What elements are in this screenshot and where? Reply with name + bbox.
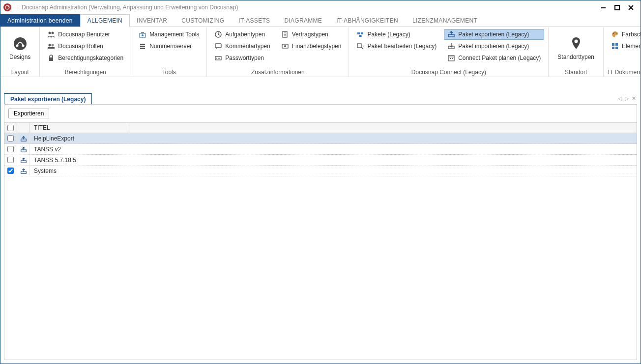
item-label: Element Eigenschaften [622, 43, 641, 50]
tab-it-abh[interactable]: IT-ABHÄNGIGKEITEN [329, 14, 406, 27]
subtab-strip: Paket exportieren (Legacy) [4, 93, 92, 105]
group-label-connect: Docusnap Connect (Legacy) [353, 67, 544, 76]
ribbon-group-framework: Farbschema Element Eigenschaften IT Doku… [604, 27, 641, 77]
svg-rect-17 [141, 32, 144, 33]
number-server-button[interactable]: Nummernserver [135, 41, 203, 52]
clock-icon [214, 30, 222, 38]
ribbon-group-location: Standorttypen Standort [549, 27, 604, 77]
table-header: TITEL [4, 122, 637, 133]
svg-rect-41 [450, 58, 451, 59]
svg-point-7 [16, 44, 18, 47]
export-panel: Exportieren TITEL HelpLineExportTANSS v2… [4, 104, 637, 360]
export-icon [447, 30, 455, 38]
row-checkbox[interactable] [4, 166, 17, 176]
tab-admin-end[interactable]: Administration beenden [0, 14, 80, 27]
tab-it-assets[interactable]: IT-ASSETS [232, 14, 277, 27]
next-tab-icon[interactable]: ▷ [625, 95, 629, 102]
edit-package-icon [356, 42, 364, 50]
roles-icon [47, 42, 55, 50]
schedule-icon [447, 54, 455, 62]
row-checkbox[interactable] [4, 144, 17, 154]
tab-customizing[interactable]: CUSTOMIZING [175, 14, 232, 27]
docusnap-roles-button[interactable]: Docusnap Rollen [44, 41, 127, 52]
item-label: Connect Paket planen (Legacy) [458, 55, 541, 61]
task-types-button[interactable]: Aufgabentypen [211, 29, 273, 40]
finance-icon [281, 42, 289, 50]
tab-inventar[interactable]: INVENTAR [130, 14, 175, 27]
item-label: Nummernserver [149, 43, 192, 50]
item-label: Pakete (Legacy) [367, 31, 410, 38]
svg-rect-20 [140, 48, 145, 49]
lock-icon [47, 54, 55, 62]
export-package-legacy-button[interactable]: Paket exportieren (Legacy) [444, 29, 544, 40]
tab-allgemein[interactable]: ALLGEMEIN [80, 14, 130, 27]
table-row[interactable]: TANSS 5.7.18.5 [4, 155, 637, 166]
document-icon [281, 30, 289, 38]
titlebar-separator: | [17, 4, 19, 11]
docusnap-users-button[interactable]: Docusnap Benutzer [44, 29, 127, 40]
table-row[interactable]: Systems [4, 166, 637, 176]
management-tools-button[interactable]: Management Tools [135, 29, 203, 40]
svg-point-16 [142, 34, 144, 36]
row-checkbox[interactable] [4, 155, 17, 165]
password-types-button[interactable]: Passworttypen [211, 53, 273, 63]
packages-icon [356, 30, 364, 38]
item-label: Docusnap Benutzer [58, 31, 110, 38]
palette-icon [611, 30, 619, 38]
svg-rect-42 [452, 58, 453, 59]
ribbon-group-layout: Designs Layout [0, 27, 40, 77]
import-package-legacy-button[interactable]: Paket importieren (Legacy) [444, 41, 544, 52]
properties-icon [611, 42, 619, 50]
svg-point-44 [613, 33, 614, 34]
export-button[interactable]: Exportieren [8, 109, 49, 118]
item-label: Paket importieren (Legacy) [458, 43, 529, 50]
contract-types-button[interactable]: Vertragstypen [278, 29, 345, 40]
row-checkbox[interactable] [4, 133, 17, 143]
tab-diagramme[interactable]: DIAGRAMME [277, 14, 329, 27]
designs-button[interactable]: Designs [4, 29, 35, 67]
svg-rect-39 [448, 56, 454, 61]
content-area: Paket exportieren (Legacy) ◁ ▷ ✕ Exporti… [0, 77, 641, 364]
prev-tab-icon[interactable]: ◁ [618, 95, 622, 102]
close-button[interactable] [624, 2, 638, 12]
header-check-all[interactable] [4, 123, 17, 133]
item-label: Docusnap Rollen [58, 43, 103, 50]
location-pin-icon [568, 36, 584, 52]
users-icon [47, 30, 55, 38]
row-title: TANSS 5.7.18.5 [30, 157, 637, 164]
edit-package-legacy-button[interactable]: Paket bearbeiten (Legacy) [353, 41, 440, 52]
header-title[interactable]: TITEL [30, 123, 129, 133]
app-icon [3, 3, 11, 11]
svg-point-46 [616, 33, 617, 34]
finance-types-button[interactable]: Finanzbelegstypen [278, 41, 345, 52]
svg-rect-35 [359, 35, 362, 37]
svg-rect-18 [140, 44, 145, 45]
minimize-button[interactable] [596, 2, 610, 12]
ribbon-group-permissions: Docusnap Benutzer Docusnap Rollen Berech… [40, 27, 131, 77]
ribbon: Designs Layout Docusnap Benutzer Docusna… [0, 27, 641, 77]
subtab-controls: ◁ ▷ ✕ [618, 95, 636, 102]
element-properties-button[interactable]: Element Eigenschaften [608, 41, 641, 52]
tools-icon [139, 30, 146, 38]
svg-rect-50 [615, 47, 618, 49]
svg-point-11 [49, 44, 51, 47]
header-icon-col [17, 123, 30, 133]
packages-legacy-button[interactable]: Pakete (Legacy) [353, 29, 440, 40]
row-title: Systems [30, 168, 637, 174]
location-types-button[interactable]: Standorttypen [553, 29, 599, 67]
comment-types-button[interactable]: Kommentartypen [211, 41, 273, 52]
maximize-button[interactable] [610, 2, 624, 12]
color-scheme-button[interactable]: Farbschema [608, 29, 641, 40]
schedule-package-legacy-button[interactable]: Connect Paket planen (Legacy) [444, 53, 544, 63]
close-tab-icon[interactable]: ✕ [632, 95, 636, 102]
package-icon [17, 133, 30, 143]
item-label: Management Tools [149, 31, 199, 38]
table-row[interactable]: HelpLineExport [4, 133, 637, 144]
table-row[interactable]: TANSS v2 [4, 144, 637, 155]
subtab-export-package[interactable]: Paket exportieren (Legacy) [4, 93, 92, 105]
svg-rect-22 [215, 44, 221, 48]
tab-lizenz[interactable]: LIZENZMANAGEMENT [406, 14, 485, 27]
comment-icon [214, 42, 222, 50]
svg-rect-2 [601, 7, 606, 8]
permission-categories-button[interactable]: Berechtigungskategorien [44, 53, 127, 63]
